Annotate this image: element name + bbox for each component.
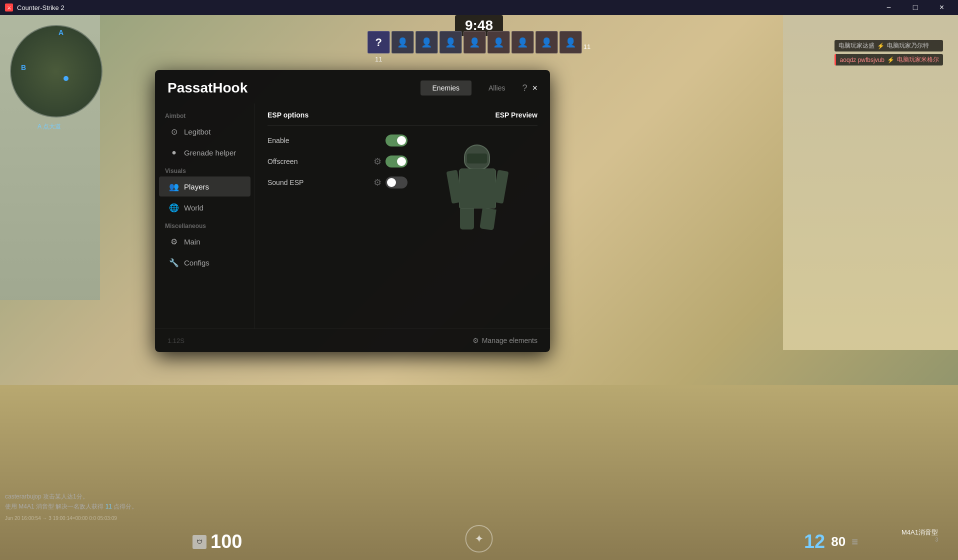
minimize-button[interactable]: −: [878, 0, 900, 15]
cheat-sidebar: Aimbot ⊙ Legitbot ● Grenade helper Visua…: [155, 104, 255, 328]
hud-center-logo: ✦: [466, 525, 493, 552]
esp-content: Enable Offscreen ⚙: [268, 134, 538, 230]
players-label: Players: [184, 182, 209, 191]
esp-section-header: ESP options ESP Preview: [268, 111, 538, 126]
minimap-player-dot: [64, 76, 68, 81]
window-titlebar: ⚔ Counter-Strike 2 − □ ×: [0, 0, 958, 15]
avatar-group-t1-2: 👤: [416, 31, 438, 54]
esp-preview-panel: [418, 134, 538, 230]
enable-toggle[interactable]: [386, 134, 408, 146]
chat-line-2: 使用 M4A1 消音型 解决一名敌人获得 11 点得分。: [5, 502, 138, 511]
cheat-body: Aimbot ⊙ Legitbot ● Grenade helper Visua…: [155, 104, 550, 328]
chat-text-2b: 点得分。: [114, 503, 138, 510]
avatar-slot-t1-1: 👤: [392, 31, 414, 54]
legitbot-label: Legitbot: [184, 128, 210, 136]
main-icon: ⚙: [169, 236, 179, 246]
section-label-misc: Miscellaneous: [155, 218, 254, 232]
cs-logo: ✦: [466, 525, 493, 552]
section-label-visuals: Visuals: [155, 164, 254, 176]
hud-bottom-right: 12 80 ≡: [804, 531, 858, 552]
avatar-slot-t1-5: 👤: [488, 31, 510, 54]
chat-highlight: 11: [106, 503, 112, 510]
cheat-window: PassatHook Enemies Allies ? × Aimbot ⊙ L…: [155, 70, 550, 352]
soldier-leg-left: [460, 208, 474, 230]
team1-count: 11: [375, 56, 382, 63]
avatar-group-t2-count: 11: [584, 31, 590, 50]
minimap-label-b: B: [21, 64, 26, 72]
window-title: Counter-Strike 2: [17, 4, 878, 12]
sound-esp-toggle[interactable]: [386, 176, 408, 188]
offscreen-toggle[interactable]: [386, 156, 408, 168]
cheat-title: PassatHook: [168, 80, 248, 96]
sound-esp-label: Sound ESP: [268, 178, 304, 186]
chat-text-2: 使用 M4A1 消音型 解决一名敌人获得: [5, 503, 106, 510]
killfeed-weapon-icon-2: ⚡: [887, 56, 894, 64]
app-icon: ⚔: [5, 4, 13, 12]
cheat-help-button[interactable]: ?: [522, 83, 527, 94]
killfeed-text-2: aoqdz pwfbsjvub: [840, 56, 884, 64]
close-button[interactable]: ×: [930, 0, 953, 15]
avatar-group-t1-4: 👤: [464, 31, 486, 54]
soldier-face: [467, 154, 487, 164]
esp-option-offscreen: Offscreen ⚙: [268, 156, 408, 168]
player-avatars-container: ? 11 👤 👤 👤 👤 👤 👤 👤 👤 11: [368, 31, 590, 63]
manage-elements-gear-icon: ⚙: [472, 336, 479, 344]
sidebar-item-players[interactable]: 👥 Players: [159, 176, 250, 196]
grenade-helper-label: Grenade helper: [184, 148, 236, 157]
sidebar-item-legitbot[interactable]: ⊙ Legitbot: [159, 122, 250, 142]
ammo-display: 80: [831, 534, 846, 550]
cheat-footer: 1.12S ⚙ Manage elements: [155, 328, 550, 352]
tab-enemies[interactable]: Enemies: [420, 80, 472, 96]
cheat-header: PassatHook Enemies Allies ? ×: [155, 70, 550, 104]
esp-preview-title: ESP Preview: [495, 111, 538, 119]
window-controls: − □ ×: [878, 0, 953, 15]
offscreen-gear-icon[interactable]: ⚙: [374, 156, 382, 167]
avatar-group-t1-3: 👤: [440, 31, 462, 54]
sound-esp-toggle-knob: [387, 178, 396, 187]
sidebar-item-world[interactable]: 🌐 World: [159, 198, 250, 218]
maximize-button[interactable]: □: [904, 0, 926, 15]
killfeed-text-1: 电脑玩家达盛: [838, 42, 874, 50]
hud-bottom-left: 🛡 100: [192, 531, 242, 552]
minimap-label-a: A: [58, 28, 64, 36]
notification-area: casterarbujop 攻击某人达1分。 使用 M4A1 消音型 解决一名敌…: [5, 492, 138, 512]
weapon-display: M4A1消音型 3: [902, 528, 938, 542]
killfeed-item-2: aoqdz pwfbsjvub ⚡ 电脑玩家米格尔: [834, 54, 943, 66]
players-icon: 👥: [169, 182, 179, 192]
avatar-slot-t2-3: 👤: [560, 31, 582, 54]
avatar-slot-t1-2: 👤: [416, 31, 438, 54]
offscreen-controls: ⚙: [374, 156, 408, 168]
killfeed-item-1: 电脑玩家达盛 ⚡ 电脑玩家乃尔特: [834, 40, 943, 52]
sound-esp-gear-icon[interactable]: ⚙: [374, 177, 382, 188]
ammo-icon: ≡: [852, 536, 858, 548]
manage-elements-button[interactable]: ⚙ Manage elements: [472, 336, 538, 344]
esp-option-enable: Enable: [268, 134, 408, 146]
sidebar-item-configs[interactable]: 🔧 Configs: [159, 252, 250, 272]
grenade-helper-icon: ●: [169, 148, 179, 158]
armor-icon: 🛡: [192, 535, 206, 549]
weapon-number: 3: [902, 537, 938, 542]
world-label: World: [184, 204, 204, 212]
killfeed-victim-1: 电脑玩家乃尔特: [887, 42, 929, 50]
sidebar-item-main[interactable]: ⚙ Main: [159, 232, 250, 252]
soldier-preview: [445, 144, 510, 230]
tab-allies[interactable]: Allies: [476, 80, 517, 96]
cheat-main-panel: ESP options ESP Preview Enable: [255, 104, 550, 328]
weapon-name: M4A1消音型: [902, 528, 938, 537]
chat-line-1: casterarbujop 攻击某人达1分。: [5, 492, 138, 501]
killfeed-victim-2: 电脑玩家米格尔: [897, 56, 939, 64]
avatar-slot-t1-4: 👤: [464, 31, 486, 54]
avatar-group-question: ? 11: [368, 31, 390, 63]
avatar-slot-t1-3: 👤: [440, 31, 462, 54]
section-label-aimbot: Aimbot: [155, 108, 254, 122]
legitbot-icon: ⊙: [169, 126, 179, 136]
enable-controls: [386, 134, 408, 146]
cheat-close-button[interactable]: ×: [532, 83, 538, 94]
sidebar-item-grenade-helper[interactable]: ● Grenade helper: [159, 142, 250, 162]
avatar-slot-t2-2: 👤: [536, 31, 558, 54]
chat-text-1: casterarbujop 攻击某人达1分。: [5, 493, 88, 500]
configs-label: Configs: [184, 258, 210, 267]
sound-esp-controls: ⚙: [374, 176, 408, 188]
avatar-group-t1-5: 👤: [488, 31, 510, 54]
enable-toggle-knob: [397, 136, 406, 145]
